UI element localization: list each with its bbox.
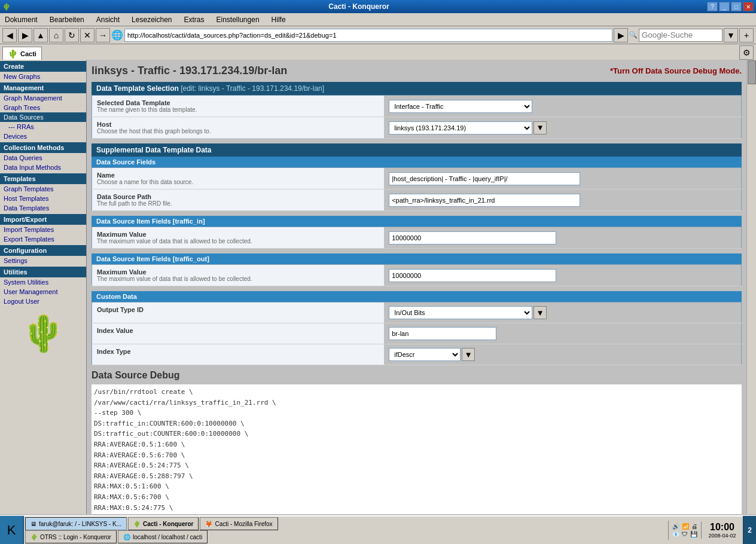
traffic-in-max-row: Maximum Value The maximum value of data …	[92, 227, 742, 249]
scroll-thumb[interactable]	[748, 60, 756, 84]
index-type-select[interactable]: ifDescr	[389, 348, 461, 361]
selected-data-template-row: Selected Data Template The name given to…	[92, 96, 742, 117]
page-header: linksys - Traffic - 193.171.234.19/br-la…	[92, 65, 742, 77]
output-type-select-wrapper: In/Out Bits ▼	[389, 306, 736, 319]
name-input[interactable]	[389, 172, 580, 185]
address-input[interactable]	[124, 29, 612, 42]
index-type-dropdown-btn[interactable]: ▼	[462, 348, 475, 361]
sidebar-section-import-export: Import/Export	[0, 214, 86, 225]
stop-button[interactable]: ✕	[80, 28, 94, 42]
go-button[interactable]: ▶	[614, 28, 628, 42]
home-button[interactable]: ⌂	[49, 28, 63, 42]
index-value-row: Index Value	[92, 323, 742, 344]
up-button[interactable]: ▲	[33, 28, 48, 42]
host-select[interactable]: linksys (193.171.234.19)	[389, 121, 532, 135]
sidebar: Create New Graphs Management Graph Manag…	[0, 60, 87, 514]
search-icon: 🔍	[629, 31, 638, 39]
debug-section: Data Source Debug /usr/bin/rrdtool creat…	[92, 370, 742, 514]
search-input[interactable]	[639, 29, 723, 42]
sidebar-item-logout[interactable]: Logout User	[0, 297, 86, 306]
debug-line-3: --step 300 \	[94, 408, 739, 418]
output-type-select[interactable]: In/Out Bits	[389, 306, 532, 319]
tab-bar: 🌵 Cacti ⚙	[0, 44, 756, 60]
host-sublabel: Choose the host that this graph belongs …	[97, 128, 379, 135]
menu-extras[interactable]: Extras	[182, 14, 207, 25]
traffic-out-max-sublabel: The maximum value of data that is allowe…	[97, 276, 379, 282]
data-source-fields-table: Name Choose a name for this data source.…	[92, 167, 742, 211]
menu-ansicht[interactable]: Ansicht	[94, 14, 122, 25]
output-type-row: Output Type ID In/Out Bits ▼	[92, 302, 742, 323]
sidebar-item-import-templates[interactable]: Import Templates	[0, 225, 86, 234]
output-type-label: Output Type ID	[97, 306, 379, 313]
page-title: linksys - Traffic - 193.171.234.19/br-la…	[92, 65, 287, 77]
debug-line-5: DS:traffic_out:COUNTER:600:0:10000000 \	[94, 429, 739, 439]
data-template-section-header: Data Template Selection [edit: linksys -…	[92, 82, 742, 95]
sidebar-item-system-utilities[interactable]: System Utilities	[0, 277, 86, 287]
menu-bearbeiten[interactable]: Bearbeiten	[47, 14, 87, 25]
data-source-path-sublabel: The full path to the RRD file.	[97, 200, 379, 207]
sidebar-item-settings[interactable]: Settings	[0, 256, 86, 265]
sidebar-item-data-templates[interactable]: Data Templates	[0, 203, 86, 213]
host-select-wrapper: linksys (193.171.234.19) ▼	[389, 121, 736, 135]
sidebar-item-graph-management[interactable]: Graph Management	[0, 93, 86, 103]
menu-lesezeichen[interactable]: Lesezeichen	[129, 14, 174, 25]
custom-data-table: Output Type ID In/Out Bits ▼	[92, 302, 742, 365]
data-source-path-row: Data Source Path The full path to the RR…	[92, 190, 742, 211]
tab-cacti[interactable]: 🌵 Cacti	[2, 47, 42, 60]
index-type-select-wrapper: ifDescr ▼	[389, 348, 736, 361]
minimize-button[interactable]: _	[719, 2, 730, 11]
sidebar-item-data-input-methods[interactable]: Data Input Methods	[0, 163, 86, 172]
debug-line-11: RRA:MAX:0.5:6:700 \	[94, 492, 739, 503]
selected-data-template-select-wrapper: Interface - Traffic	[389, 100, 736, 113]
sidebar-item-user-management[interactable]: User Management	[0, 287, 86, 297]
traffic-out-table: Maximum Value The maximum value of data …	[92, 264, 742, 286]
title-bar: 🌵 Cacti - Konqueror ? _ □ ✕	[0, 0, 756, 13]
menu-hilfe[interactable]: Hilfe	[269, 14, 288, 25]
title-bar-buttons: ? _ □ ✕	[707, 2, 754, 11]
index-value-input[interactable]	[389, 327, 496, 340]
menu-dokument[interactable]: Dokument	[2, 14, 40, 25]
back-button[interactable]: ◀	[2, 28, 17, 42]
host-dropdown-button[interactable]: ▼	[534, 121, 547, 135]
new-tab-button[interactable]: +	[739, 28, 754, 42]
toolbar: ◀ ▶ ▲ ⌂ ↻ ✕ → 🌐 ▶ 🔍 ▼ +	[0, 26, 756, 44]
help-button[interactable]: ?	[707, 2, 718, 11]
search-go-button[interactable]: ▼	[724, 28, 738, 42]
sidebar-item-new-graphs[interactable]: New Graphs	[0, 72, 86, 81]
main-content: linksys - Traffic - 193.171.234.19/br-la…	[87, 60, 746, 514]
edit-link: [edit: linksys - Traffic - 193.171.234.1…	[181, 84, 324, 93]
output-type-dropdown-btn[interactable]: ▼	[534, 306, 547, 319]
traffic-in-max-input[interactable]	[389, 231, 556, 245]
traffic-out-max-input[interactable]	[389, 269, 556, 282]
sidebar-item-rras[interactable]: --- RRAs	[0, 122, 86, 132]
debug-code: /usr/bin/rrdtool create \ /var/www/cacti…	[92, 384, 742, 514]
tab-settings-icon[interactable]: ⚙	[739, 45, 754, 60]
sidebar-item-data-queries[interactable]: Data Queries	[0, 153, 86, 163]
sidebar-item-graph-templates[interactable]: Graph Templates	[0, 184, 86, 194]
sidebar-item-devices[interactable]: Devices	[0, 132, 86, 141]
supplemental-section-header: Supplemental Data Template Data	[92, 143, 742, 157]
maximize-button[interactable]: □	[731, 2, 742, 11]
selected-data-template-sublabel: The name given to this data template.	[97, 106, 379, 113]
debug-line-10: RRA:MAX:0.5:1:600 \	[94, 481, 739, 492]
data-source-path-input[interactable]	[389, 194, 580, 207]
traffic-in-header: Data Source Item Fields [traffic_in]	[92, 216, 742, 227]
sidebar-item-graph-trees[interactable]: Graph Trees	[0, 103, 86, 112]
menu-einstellungen[interactable]: Einstellungen	[214, 14, 262, 25]
host-label: Host	[97, 121, 379, 128]
right-scrollbar[interactable]	[746, 60, 756, 514]
sidebar-item-host-templates[interactable]: Host Templates	[0, 194, 86, 203]
reload-button[interactable]: ↻	[65, 28, 79, 42]
selected-data-template-select[interactable]: Interface - Traffic	[389, 100, 532, 113]
sidebar-item-export-templates[interactable]: Export Templates	[0, 234, 86, 244]
nav-button[interactable]: →	[96, 28, 110, 42]
debug-line-6: RRA:AVERAGE:0.5:1:600 \	[94, 439, 739, 450]
custom-data-header: Custom Data	[92, 291, 742, 302]
debug-mode-link[interactable]: Turn Off Data Source Debug Mode.	[610, 66, 742, 75]
name-sublabel: Choose a name for this data source.	[97, 179, 379, 185]
data-source-fields-header: Data Source Fields	[92, 157, 742, 167]
sidebar-item-data-sources[interactable]: Data Sources	[0, 112, 86, 122]
forward-button[interactable]: ▶	[18, 28, 32, 42]
debug-line-2: /var/www/cacti/rra/linksys_traffic_in_21…	[94, 398, 739, 408]
close-button[interactable]: ✕	[743, 2, 754, 11]
